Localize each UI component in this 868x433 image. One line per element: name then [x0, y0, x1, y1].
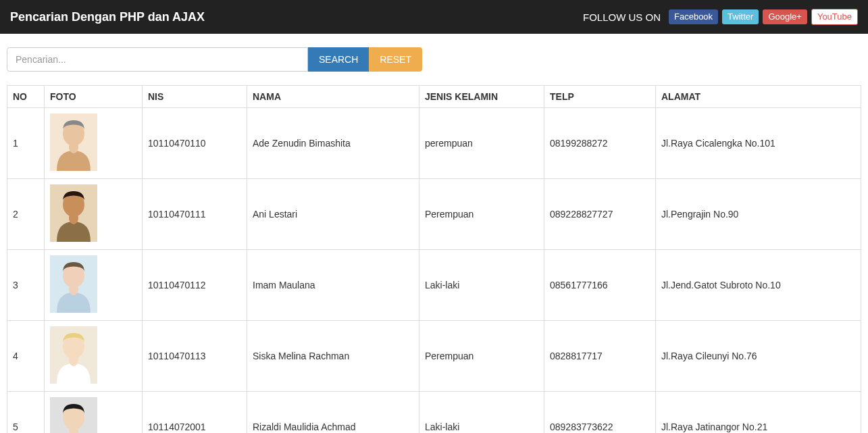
svg-point-5	[69, 212, 78, 224]
photo-icon	[50, 397, 97, 433]
svg-point-11	[69, 354, 78, 366]
table-row: 1 10110470110 Ade Zenudin Bimashita pere…	[7, 108, 861, 179]
table-row: 3 10110470112 Imam Maulana Laki-laki 085…	[7, 250, 861, 321]
page-title: Pencarian Dengan PHP dan AJAX	[10, 10, 205, 24]
cell-nis: 10110470111	[143, 179, 247, 250]
cell-telp: 089228827727	[544, 179, 656, 250]
cell-alamat: Jl.Raya Cileunyi No.76	[656, 321, 861, 392]
header-nama: NAMA	[247, 86, 419, 108]
cell-nis: 10110470113	[143, 321, 247, 392]
header-alamat: ALAMAT	[656, 86, 861, 108]
cell-nama: Ade Zenudin Bimashita	[247, 108, 419, 179]
cell-telp: 0828817717	[544, 321, 656, 392]
table-row: 2 10110470111 Ani Lestari Perempuan 0892…	[7, 179, 861, 250]
header-nis: NIS	[143, 86, 247, 108]
table-row: 5 10114072001 Rizaldi Maulidia Achmad La…	[7, 392, 861, 434]
cell-foto	[45, 179, 143, 250]
cell-telp: 089283773622	[544, 392, 656, 434]
navbar-right: FOLLOW US ON Facebook Twitter Google+ Yo…	[583, 9, 858, 25]
facebook-link[interactable]: Facebook	[669, 9, 718, 24]
cell-nama: Imam Maulana	[247, 250, 419, 321]
photo-icon	[50, 255, 97, 313]
cell-nis: 10110470110	[143, 108, 247, 179]
follow-label: FOLLOW US ON	[583, 11, 661, 23]
cell-nama: Rizaldi Maulidia Achmad	[247, 392, 419, 434]
cell-alamat: Jl.Pengrajin No.90	[656, 179, 861, 250]
cell-alamat: Jl.Raya Jatinangor No.21	[656, 392, 861, 434]
search-button[interactable]: SEARCH	[308, 47, 369, 72]
data-table: NO FOTO NIS NAMA JENIS KELAMIN TELP ALAM…	[7, 85, 861, 433]
cell-jenis-kelamin: perempuan	[419, 108, 544, 179]
youtube-link[interactable]: YouTube	[811, 9, 858, 25]
cell-jenis-kelamin: Perempuan	[419, 321, 544, 392]
cell-telp: 08561777166	[544, 250, 656, 321]
header-foto: FOTO	[45, 86, 143, 108]
cell-no: 1	[7, 108, 45, 179]
search-bar: SEARCH RESET	[7, 47, 422, 72]
cell-alamat: Jl.Raya Cicalengka No.101	[656, 108, 861, 179]
reset-button[interactable]: RESET	[369, 47, 422, 72]
table-header-row: NO FOTO NIS NAMA JENIS KELAMIN TELP ALAM…	[7, 86, 861, 108]
navbar: Pencarian Dengan PHP dan AJAX FOLLOW US …	[0, 0, 868, 34]
cell-nama: Ani Lestari	[247, 179, 419, 250]
header-no: NO	[7, 86, 45, 108]
cell-telp: 08199288272	[544, 108, 656, 179]
photo-icon	[50, 113, 97, 171]
cell-nis: 10110470112	[143, 250, 247, 321]
cell-foto	[45, 321, 143, 392]
cell-nis: 10114072001	[143, 392, 247, 434]
svg-point-8	[69, 283, 78, 295]
svg-point-2	[69, 141, 78, 153]
cell-jenis-kelamin: Laki-laki	[419, 250, 544, 321]
cell-jenis-kelamin: Laki-laki	[419, 392, 544, 434]
table-row: 4 10110470113 Siska Melina Rachman Perem…	[7, 321, 861, 392]
header-jenis-kelamin: JENIS KELAMIN	[419, 86, 544, 108]
cell-jenis-kelamin: Perempuan	[419, 179, 544, 250]
header-telp: TELP	[544, 86, 656, 108]
cell-foto	[45, 250, 143, 321]
photo-icon	[50, 184, 97, 242]
google-plus-link[interactable]: Google+	[763, 9, 807, 24]
cell-nama: Siska Melina Rachman	[247, 321, 419, 392]
cell-foto	[45, 392, 143, 434]
cell-no: 2	[7, 179, 45, 250]
cell-no: 5	[7, 392, 45, 434]
cell-alamat: Jl.Jend.Gatot Subroto No.10	[656, 250, 861, 321]
twitter-link[interactable]: Twitter	[722, 9, 759, 24]
main-container: SEARCH RESET NO FOTO NIS NAMA JENIS KELA…	[0, 34, 868, 433]
cell-foto	[45, 108, 143, 179]
search-input[interactable]	[7, 47, 308, 72]
cell-no: 3	[7, 250, 45, 321]
photo-icon	[50, 326, 97, 384]
cell-no: 4	[7, 321, 45, 392]
